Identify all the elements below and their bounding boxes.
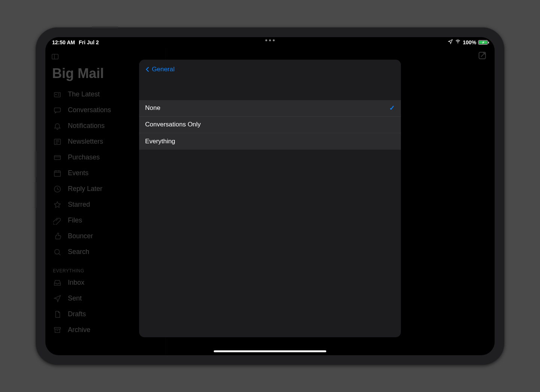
settings-modal: General None✓Conversations OnlyEverythin… [139, 60, 401, 337]
option-label: None [145, 104, 160, 112]
paperclip-icon [53, 216, 62, 225]
ipad-screen: 12:50 AM Fri Jul 2 100% ⚡︎ [45, 37, 495, 355]
thumbsup-icon [53, 232, 62, 241]
option-row[interactable]: Conversations Only [139, 117, 401, 133]
sidebar-item-label: Sent [68, 294, 82, 302]
svg-rect-10 [54, 327, 61, 329]
volume-down-button[interactable] [35, 182, 36, 208]
send-icon [53, 294, 62, 303]
back-button[interactable]: General [142, 64, 177, 75]
option-row[interactable]: None✓ [139, 100, 401, 117]
newspaper-icon [53, 137, 62, 146]
toggle-sidebar-icon[interactable] [51, 52, 60, 61]
sidebar-item-label: Drafts [68, 310, 86, 318]
sidebar-item-label: Starred [68, 201, 90, 209]
compose-button[interactable] [477, 51, 487, 60]
sidebar-item-label: Purchases [68, 153, 100, 161]
status-date: Fri Jul 2 [79, 39, 99, 45]
sidebar-item-label: Archive [68, 326, 90, 334]
svg-rect-1 [52, 54, 58, 59]
svg-rect-7 [54, 171, 61, 176]
svg-point-9 [55, 249, 60, 254]
sidebar-item-label: Newsletters [68, 138, 103, 146]
archive-icon [53, 326, 62, 335]
option-list: None✓Conversations OnlyEverything [139, 100, 401, 150]
sidebar-item-label: Search [68, 248, 89, 256]
sidebar-item-label: Events [68, 169, 88, 177]
wifi-icon [455, 39, 461, 46]
sidebar-item-label: The Latest [68, 90, 100, 98]
svg-rect-4 [54, 108, 61, 112]
sidebar-item-label: Inbox [68, 279, 84, 287]
battery-percent: 100% [463, 39, 476, 45]
clock-icon [53, 185, 62, 194]
battery-icon: ⚡︎ [478, 40, 488, 45]
sidebar-item-label: Notifications [68, 122, 105, 130]
sidebar-item-label: Conversations [68, 106, 111, 114]
doc-icon [53, 310, 62, 319]
modal-header: General [139, 60, 401, 79]
svg-point-3 [56, 94, 56, 95]
checkmark-icon: ✓ [389, 104, 395, 112]
search-icon [53, 248, 62, 257]
status-bar: 12:50 AM Fri Jul 2 100% ⚡︎ [45, 37, 495, 48]
sidebar-item-label: Reply Later [68, 185, 102, 193]
back-label: General [152, 66, 174, 73]
power-button[interactable] [92, 27, 118, 28]
option-label: Conversations Only [145, 121, 201, 128]
volume-up-button[interactable] [35, 151, 36, 177]
svg-point-0 [458, 43, 458, 44]
card-icon [53, 153, 62, 162]
location-icon [448, 39, 453, 45]
sidebar-item-label: Files [68, 216, 82, 224]
svg-rect-6 [54, 155, 61, 159]
inbox-icon [53, 278, 62, 287]
radio-icon [53, 90, 62, 99]
multitask-dots[interactable] [266, 39, 275, 41]
option-label: Everything [145, 138, 175, 145]
option-row[interactable]: Everything [139, 133, 401, 150]
chat-icon [53, 106, 62, 115]
bell-icon [53, 122, 62, 131]
star-icon [53, 200, 62, 209]
svg-rect-2 [54, 92, 61, 97]
status-time: 12:50 AM [52, 39, 75, 45]
ipad-frame: 12:50 AM Fri Jul 2 100% ⚡︎ [36, 27, 504, 365]
sidebar-item-label: Bouncer [68, 232, 93, 240]
calendar-icon [53, 169, 62, 178]
home-indicator[interactable] [214, 350, 326, 352]
